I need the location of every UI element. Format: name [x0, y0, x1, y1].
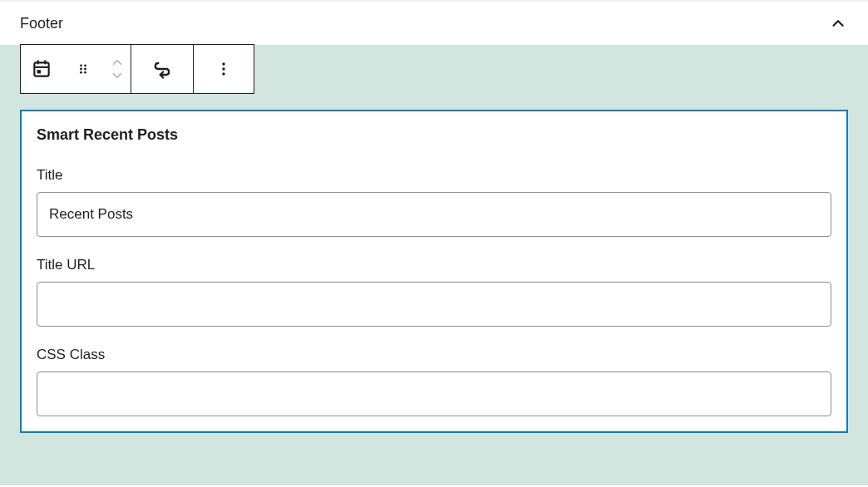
editor-area: Smart Recent Posts Title Title URL CSS C…	[0, 45, 868, 485]
svg-point-9	[80, 71, 82, 74]
svg-point-8	[84, 68, 86, 71]
collapse-toggle[interactable]	[828, 13, 848, 33]
title-url-label: Title URL	[37, 257, 831, 273]
field-css-class: CSS Class	[37, 347, 831, 416]
change-tool-icon	[150, 57, 174, 81]
svg-point-5	[80, 64, 82, 66]
panel-header[interactable]: Footer	[0, 2, 868, 45]
change-tool-button[interactable]	[131, 45, 193, 93]
calendar-icon	[31, 58, 52, 80]
chevron-up-icon	[829, 14, 847, 32]
block-toolbar	[20, 44, 254, 94]
svg-point-11	[222, 62, 224, 65]
move-down-button[interactable]	[110, 71, 125, 81]
block-settings-panel: Smart Recent Posts Title Title URL CSS C…	[20, 110, 848, 433]
chevron-up-small-icon	[110, 57, 125, 67]
block-type-button[interactable]	[21, 45, 62, 93]
svg-rect-0	[34, 62, 48, 76]
drag-handle-icon	[75, 61, 91, 77]
title-input[interactable]	[37, 192, 831, 237]
chevron-down-small-icon	[110, 71, 125, 81]
svg-point-7	[80, 68, 82, 71]
block-movers	[104, 45, 131, 93]
title-label: Title	[37, 167, 831, 184]
field-title-url: Title URL	[37, 257, 831, 327]
svg-point-6	[84, 64, 86, 66]
svg-rect-4	[37, 70, 41, 73]
toolbar-group-more	[194, 45, 254, 93]
title-url-input[interactable]	[37, 282, 831, 327]
css-class-input[interactable]	[37, 371, 831, 416]
svg-point-10	[84, 71, 86, 74]
more-options-button[interactable]	[194, 45, 254, 93]
toolbar-group-tools	[131, 45, 194, 93]
panel-title: Footer	[20, 15, 63, 32]
move-up-button[interactable]	[110, 57, 125, 67]
svg-point-13	[222, 72, 224, 75]
field-title: Title	[37, 167, 831, 237]
css-class-label: CSS Class	[37, 347, 831, 363]
block-heading: Smart Recent Posts	[37, 126, 831, 144]
toolbar-group-block	[21, 45, 131, 93]
more-vertical-icon	[214, 59, 234, 79]
drag-handle-button[interactable]	[62, 45, 104, 93]
svg-point-12	[222, 67, 224, 70]
